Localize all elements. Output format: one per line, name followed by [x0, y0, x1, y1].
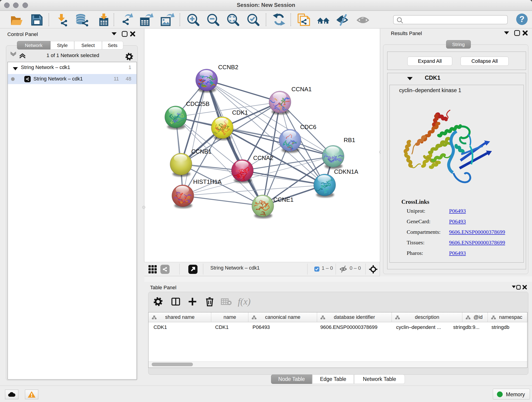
svg-text:CCNB1: CCNB1	[191, 148, 211, 155]
svg-text:CDKN1A: CDKN1A	[334, 168, 358, 175]
svg-text:HIST1H1A: HIST1H1A	[193, 178, 222, 185]
svg-text:CCNA1: CCNA1	[291, 86, 312, 93]
svg-text:CDC25B: CDC25B	[186, 100, 210, 107]
svg-text:CCNE1: CCNE1	[273, 196, 293, 203]
svg-text:CCNB2: CCNB2	[218, 64, 238, 70]
svg-text:CDC6: CDC6	[300, 123, 317, 130]
svg-text:CCNA2: CCNA2	[253, 154, 273, 161]
svg-text:CDK1: CDK1	[232, 109, 248, 116]
svg-text:RB1: RB1	[344, 137, 355, 143]
svg-text:?: ?	[519, 14, 525, 24]
